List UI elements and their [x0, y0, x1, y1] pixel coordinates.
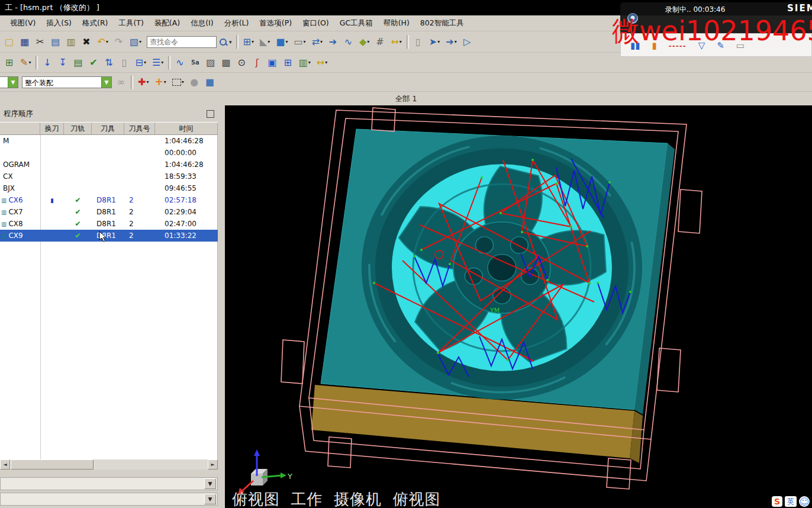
verify-toolpath-icon[interactable]: ✔ — [87, 55, 101, 70]
program-row-cx8[interactable]: ▥CX8 ✔ D8R1 2 02:47:00 — [0, 218, 218, 230]
text-5a-icon[interactable]: 5a — [188, 55, 202, 70]
program-row-cx[interactable]: CX 18:59:33 — [0, 171, 218, 182]
menu-item[interactable]: 分析(L) — [219, 17, 254, 30]
combo-arrow-icon[interactable]: ▼ — [101, 77, 111, 88]
circle-center-icon[interactable]: ⊙ — [235, 55, 249, 70]
hatch-closed-icon[interactable]: ▩ — [219, 55, 233, 70]
curve-tool-icon[interactable]: ∿ — [341, 34, 356, 50]
scroll-left-icon[interactable]: ◄ — [0, 459, 10, 470]
operation-navigator-icon[interactable]: ⊞ — [2, 55, 17, 70]
program-row-cx7[interactable]: ▥CX7 ✔ D8R1 2 02:29:04 — [0, 206, 218, 218]
generate-toolpath-icon[interactable]: ↓ — [40, 55, 54, 70]
collapsed-panel-1[interactable]: ▼ — [0, 477, 218, 490]
program-row-unused[interactable]: 00:00:00 — [0, 147, 218, 159]
program-row-m[interactable]: M 1:04:46:28 — [0, 135, 218, 147]
paste-icon[interactable]: ▥ — [64, 34, 78, 50]
new-file-icon[interactable]: ▢ — [2, 34, 17, 50]
shop-doc-icon[interactable]: ▯ — [118, 55, 132, 70]
search-input[interactable] — [147, 36, 217, 48]
column-header[interactable]: 刀具 — [92, 123, 124, 134]
search-icon[interactable] — [218, 37, 228, 47]
panel-title-bar: 程序顺序 — [0, 105, 218, 122]
export-view-icon[interactable]: ▷ — [460, 34, 475, 50]
hatch-open-icon[interactable]: ▨ — [204, 55, 218, 70]
datum-plane-icon[interactable]: ◣▾ — [257, 34, 272, 50]
zigzag-curve-icon[interactable]: ∿ — [173, 55, 187, 70]
menu-item[interactable]: 802智能工具 — [415, 17, 469, 30]
window-layout-icon[interactable]: ⊞▾ — [241, 34, 256, 50]
horizontal-scrollbar[interactable]: ◄ ► — [0, 459, 218, 470]
sheet-icon[interactable]: ▯ — [411, 34, 426, 50]
program-row-ogram[interactable]: OGRAM 1:04:46:28 — [0, 159, 218, 171]
grid-cross-icon[interactable]: # — [373, 34, 387, 50]
operation-name: CX7 — [8, 208, 22, 216]
batch-list-icon[interactable]: ☰▾ — [150, 55, 166, 70]
menu-item[interactable]: 首选项(P) — [254, 17, 297, 30]
orient-view-icon[interactable]: ⇄▾ — [310, 34, 325, 50]
save-icon[interactable]: ▦ — [18, 34, 32, 50]
ime-lang-toggle[interactable]: 英 — [785, 496, 797, 507]
ime-bar[interactable]: S 英 ☺ — [772, 496, 810, 507]
expand-arrow-icon[interactable]: ▼ — [204, 494, 216, 504]
snap-point-icon[interactable]: ◆▾ — [357, 34, 372, 50]
menu-item[interactable]: 窗口(O) — [297, 17, 334, 30]
replay-toolpath-icon[interactable]: ↧ — [56, 55, 70, 70]
offset-point-icon[interactable]: +▾ — [152, 75, 168, 90]
collapsed-panel-2[interactable]: ▼ — [0, 493, 218, 506]
column-header[interactable]: 刀轨 — [64, 123, 92, 134]
point-add-icon[interactable]: ✚▾ — [136, 75, 151, 90]
combo-arrow-icon[interactable]: ▼ — [8, 77, 18, 88]
sphere-icon[interactable]: ● — [188, 75, 202, 90]
edit-object-icon[interactable]: ✎▾ — [18, 55, 33, 70]
program-row-cx6[interactable]: ▥CX6 ▮ ✔ D8R1 2 02:57:18 — [0, 194, 218, 206]
copy-icon[interactable]: ▤ — [49, 34, 63, 50]
analysis-icon[interactable]: ▥▾ — [297, 55, 313, 70]
list-toolpath-icon[interactable]: ▤ — [71, 55, 85, 70]
type-filter-combo[interactable]: ▼ — [0, 76, 18, 88]
cube-icon[interactable]: ■ — [203, 75, 217, 90]
post-process-icon[interactable]: ⇅ — [102, 55, 117, 70]
column-header[interactable]: 时间 — [155, 123, 218, 134]
wcs-link-icon[interactable]: ∞ — [114, 75, 128, 90]
display-mode-icon[interactable]: ▭▾ — [291, 34, 308, 50]
search-dropdown-icon[interactable]: ▾ — [229, 39, 232, 45]
column-header[interactable] — [0, 123, 40, 134]
cut-icon[interactable]: ✂ — [33, 34, 47, 50]
menu-item[interactable]: 视图(V) — [5, 17, 41, 30]
copy-display-icon[interactable]: ▧▾ — [127, 34, 144, 50]
menu-item[interactable]: 格式(R) — [77, 17, 113, 30]
spline-icon[interactable]: ʃ — [250, 55, 265, 70]
frame-icon[interactable]: ▣ — [266, 55, 280, 70]
start-flag-icon[interactable]: ➤▾ — [427, 34, 442, 50]
pan-view-icon[interactable]: ➔ — [326, 34, 340, 50]
output-cl-icon[interactable]: ⊟▾ — [133, 55, 149, 70]
expand-arrow-icon[interactable]: ▼ — [204, 478, 216, 489]
menu-item[interactable]: 装配(A) — [149, 17, 185, 30]
menu-item[interactable]: 信息(I) — [185, 17, 218, 30]
menu-item[interactable]: 帮助(H) — [378, 17, 415, 30]
program-row-bjx[interactable]: BJX 09:46:55 — [0, 182, 218, 194]
panel-maximize-icon[interactable] — [207, 110, 214, 118]
column-header[interactable]: 刀具号 — [124, 123, 155, 134]
arrow-right-icon[interactable]: ➔▾ — [443, 34, 459, 50]
selection-box-icon[interactable]: ▾ — [170, 75, 186, 90]
delete-icon[interactable]: ✖ — [80, 34, 94, 50]
column-header[interactable]: 换刀 — [40, 123, 64, 134]
assembly-scope-combo[interactable]: 整个装配 ▼ — [22, 76, 112, 88]
menu-item[interactable]: 工具(T) — [113, 17, 149, 30]
toolpath-check-icon: ✔ — [64, 230, 92, 242]
sogou-icon[interactable]: S — [772, 496, 782, 507]
scale-grid-icon[interactable]: ⊞ — [281, 55, 295, 70]
ruler-icon[interactable]: ↔▾ — [314, 55, 330, 70]
graphics-viewport[interactable]: YM Y 俯视图 工作 摄像机 俯视图 — [225, 105, 812, 508]
menu-item[interactable]: 插入(S) — [41, 17, 77, 30]
tool-change-icon — [40, 206, 64, 218]
scrollbar-thumb[interactable] — [11, 459, 94, 470]
shaded-view-icon[interactable]: ■▾ — [273, 34, 290, 50]
scroll-right-icon[interactable]: ► — [208, 459, 218, 470]
undo-icon[interactable]: ↶▾ — [95, 34, 111, 50]
measure-icon[interactable]: ↔▾ — [388, 34, 404, 50]
ime-smiley-icon[interactable]: ☺ — [799, 496, 810, 507]
redo-icon[interactable]: ↷ — [112, 34, 126, 50]
menu-item[interactable]: GC工具箱 — [334, 17, 378, 30]
